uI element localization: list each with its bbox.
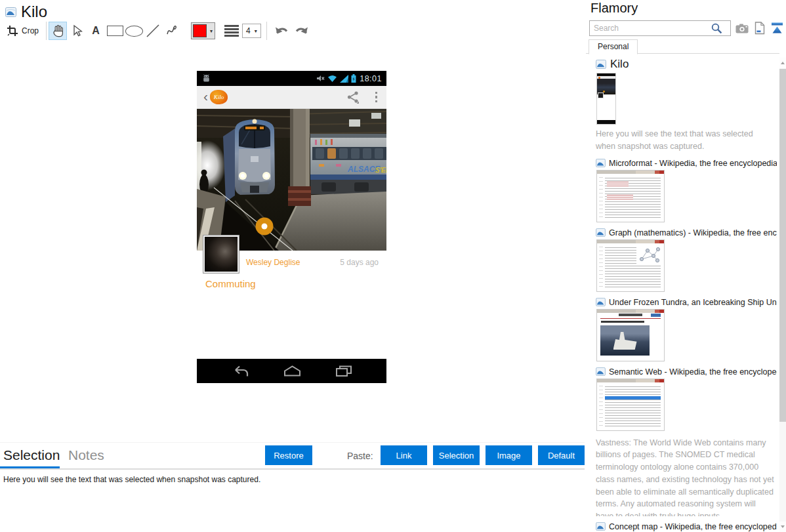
wifi-icon xyxy=(327,75,337,83)
back-chevron-icon[interactable]: ‹ xyxy=(203,89,208,103)
crop-icon xyxy=(7,25,18,37)
post-caption: Commuting xyxy=(205,278,386,289)
new-note-icon[interactable] xyxy=(755,22,765,35)
undo-icon xyxy=(274,24,289,37)
overflow-menu-icon[interactable] xyxy=(375,92,378,103)
ellipse-tool-button[interactable] xyxy=(125,22,143,40)
toolbar-separator xyxy=(46,22,47,40)
chevron-down-icon: ▾ xyxy=(208,28,215,34)
item-thumbnail[interactable] xyxy=(596,239,665,292)
snapshot-icon xyxy=(596,367,606,376)
list-item[interactable]: Under Frozen Tundra, an Icebreaking Ship… xyxy=(596,298,779,361)
snapshot-canvas[interactable]: 18:01 ‹ Kilo xyxy=(197,71,386,407)
rectangle-tool-button[interactable] xyxy=(106,22,124,40)
item-thumbnail[interactable] xyxy=(596,379,665,431)
redo-icon xyxy=(294,24,310,37)
scrollbar-thumb[interactable] xyxy=(779,69,786,422)
search-icon[interactable] xyxy=(711,23,722,34)
snapshot-list: Kilo Here you will see the text that was… xyxy=(586,54,779,532)
tab-selection[interactable]: Selection xyxy=(3,447,60,463)
tab-personal[interactable]: Personal xyxy=(589,39,638,54)
color-swatch xyxy=(193,24,207,37)
scroll-down-arrow[interactable] xyxy=(779,522,786,532)
post-author[interactable]: Wesley Deglise xyxy=(246,258,300,267)
signal-icon xyxy=(340,75,348,83)
snapshot-icon xyxy=(5,7,16,17)
phone-nav-bar xyxy=(197,359,386,383)
thickness-select[interactable]: 4 ▾ xyxy=(242,24,261,38)
kilo-app-logo[interactable]: Kilo xyxy=(210,90,228,104)
item-description: Vastness: The World Wide Web contains ma… xyxy=(596,437,774,516)
phone-app-bar: ‹ Kilo xyxy=(197,86,386,109)
flamory-sidebar: Flamory Personal xyxy=(586,0,786,532)
text-tool-button[interactable]: A xyxy=(87,22,105,40)
author-avatar[interactable] xyxy=(203,235,239,273)
ellipse-icon xyxy=(125,26,143,37)
crop-button[interactable]: Crop xyxy=(4,23,44,39)
thickness-icon xyxy=(224,25,239,37)
line-tool-button[interactable] xyxy=(144,22,162,40)
undo-button[interactable] xyxy=(273,23,291,39)
paste-link-button[interactable]: Link xyxy=(381,445,427,465)
bottom-panel: Selection Notes Restore Paste: Link Sele… xyxy=(0,442,585,532)
snapshot-icon xyxy=(596,228,606,237)
line-icon xyxy=(145,23,161,39)
page-header: Kilo xyxy=(5,4,47,20)
page-title: Kilo xyxy=(21,4,47,20)
selection-text: Here you will see the text that was sele… xyxy=(3,475,260,484)
text-tool-icon: A xyxy=(92,25,100,37)
paste-image-button[interactable]: Image xyxy=(486,445,532,465)
camera-icon[interactable] xyxy=(735,24,749,33)
scroll-up-arrow[interactable] xyxy=(779,58,786,68)
panel-divider xyxy=(0,468,585,470)
nav-home-icon[interactable] xyxy=(283,365,301,377)
item-thumbnail[interactable] xyxy=(596,73,616,125)
tab-notes[interactable]: Notes xyxy=(68,447,104,463)
post-age: 5 days ago xyxy=(340,258,379,267)
snapshot-icon xyxy=(596,522,606,531)
thickness-value: 4 xyxy=(246,26,251,35)
list-item[interactable]: Kilo Here you will see the text that was… xyxy=(596,58,779,153)
toolbar-separator xyxy=(266,22,267,40)
paste-selection-button[interactable]: Selection xyxy=(433,445,480,465)
list-item[interactable]: Semantic Web - Wikipedia, the free encyc… xyxy=(596,367,779,516)
android-icon xyxy=(201,74,211,83)
freehand-tool-button[interactable] xyxy=(163,22,181,40)
nav-back-icon[interactable] xyxy=(231,365,249,377)
item-thumbnail[interactable] xyxy=(596,309,665,361)
train-photo: ALSACE S'Els xyxy=(197,109,386,251)
phone-post-body: Wesley Deglise 5 days ago Commuting xyxy=(197,251,386,383)
list-item[interactable]: Concept map - Wikipedia, the free encycl… xyxy=(596,522,779,532)
item-title: Semantic Web - Wikipedia, the free encyc… xyxy=(609,367,777,377)
graph-figure xyxy=(636,245,661,264)
color-picker[interactable]: ▾ xyxy=(191,22,215,39)
paste-label: Paste: xyxy=(347,451,373,461)
list-item[interactable]: Graph (mathematics) - Wikipedia, the fre… xyxy=(596,228,779,292)
item-title: Under Frozen Tundra, an Icebreaking Ship… xyxy=(609,298,777,307)
status-icons xyxy=(316,74,356,83)
item-description: Here you will see the text that was sele… xyxy=(596,128,774,153)
item-title: Microformat - Wikipedia, the free encycl… xyxy=(609,159,777,168)
list-item[interactable]: Microformat - Wikipedia, the free encycl… xyxy=(596,159,779,222)
cursor-icon xyxy=(71,24,83,37)
select-tool-button[interactable] xyxy=(68,22,86,40)
sidebar-title: Flamory xyxy=(590,1,638,16)
hand-icon xyxy=(52,24,64,37)
paste-default-button[interactable]: Default xyxy=(538,445,585,465)
nav-recents-icon[interactable] xyxy=(335,365,352,377)
item-thumbnail[interactable] xyxy=(596,170,665,222)
sidebar-scrollbar[interactable] xyxy=(779,58,786,532)
search-input[interactable] xyxy=(589,20,731,36)
redo-button[interactable] xyxy=(293,23,311,39)
app-window: Kilo Crop xyxy=(0,0,786,532)
flamory-logo-icon[interactable] xyxy=(771,22,783,33)
hand-tool-button[interactable] xyxy=(49,22,67,40)
status-time: 18:01 xyxy=(360,74,382,83)
rectangle-icon xyxy=(107,26,123,36)
history-group xyxy=(273,23,311,39)
freehand-icon xyxy=(165,23,179,39)
share-icon[interactable] xyxy=(346,91,360,104)
item-title: Graph (mathematics) - Wikipedia, the fre… xyxy=(609,228,777,237)
restore-button[interactable]: Restore xyxy=(265,445,312,465)
train-elsass-label: S'Els xyxy=(375,167,386,174)
